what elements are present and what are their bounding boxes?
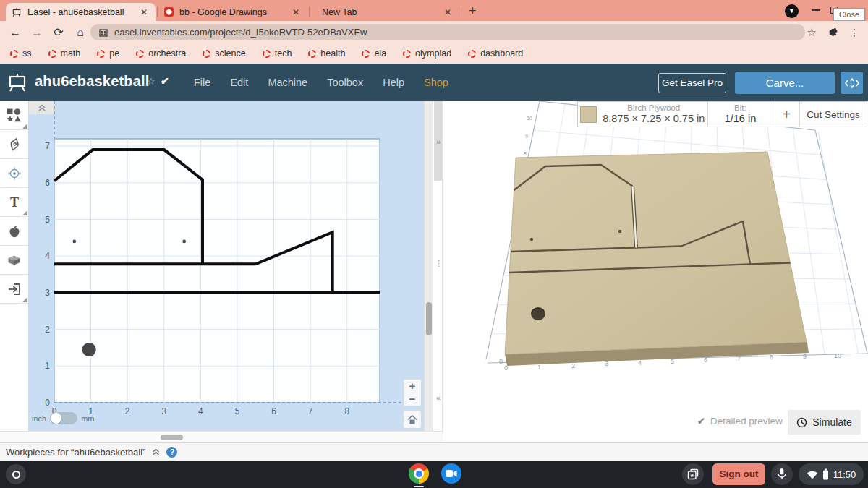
zoom-out-button[interactable]: − xyxy=(404,393,421,406)
browser-menu-icon[interactable]: ⋮ xyxy=(849,27,859,38)
help-icon[interactable]: ? xyxy=(166,447,177,458)
svg-text:0: 0 xyxy=(504,364,508,372)
extensions-icon[interactable] xyxy=(827,27,838,38)
bookmark-math[interactable]: math xyxy=(48,48,81,59)
launcher-button[interactable] xyxy=(6,464,26,484)
double-chevron-up-icon[interactable] xyxy=(152,448,160,455)
get-easel-pro-button[interactable]: Get Easel Pro xyxy=(658,73,726,93)
address-bar[interactable]: easel.inventables.com/projects/d_I5okoRV… xyxy=(90,24,805,40)
svg-text:10: 10 xyxy=(527,116,532,121)
tab-close-icon[interactable]: ✕ xyxy=(442,7,454,17)
bookmark-ss[interactable]: ss xyxy=(10,48,32,59)
forward-icon[interactable]: → xyxy=(30,26,43,39)
status-tray-icon[interactable]: ▼ xyxy=(785,4,799,18)
cut-settings-button[interactable]: Cut Settings xyxy=(800,102,867,127)
menu-file[interactable]: File xyxy=(194,77,210,88)
material-section[interactable]: Birch Plywood 8.875 × 7.25 × 0.75 in xyxy=(578,102,708,127)
canvas-horizontal-scrollbar[interactable] xyxy=(0,431,443,442)
menu-help[interactable]: Help xyxy=(383,77,404,88)
camera-app-icon[interactable] xyxy=(441,463,461,484)
bookmark-health[interactable]: health xyxy=(308,48,345,59)
back-icon[interactable]: ← xyxy=(9,26,22,39)
project-title[interactable]: ahu6ebasketball xyxy=(35,73,150,90)
bookmark-olympiad[interactable]: olympiad xyxy=(403,48,451,59)
drawings-favicon-icon xyxy=(164,7,174,17)
browser-tab-strip: Easel - ahu6ebasketball ✕ bb - Google Dr… xyxy=(0,0,868,21)
drill-point[interactable] xyxy=(73,240,77,244)
bookmark-dashboard[interactable]: dashboard xyxy=(468,48,523,59)
workpieces-bar[interactable]: Workpieces for “ahu6ebasketball” ? xyxy=(0,442,868,461)
add-bit-button[interactable]: + xyxy=(773,102,800,127)
svg-text:2: 2 xyxy=(45,325,50,335)
zoom-in-button[interactable]: + xyxy=(404,380,421,393)
bookmark-orchestra[interactable]: orchestra xyxy=(136,48,186,59)
new-tab-button[interactable]: + xyxy=(469,4,477,19)
icons-library-tool-button[interactable] xyxy=(0,217,28,246)
menu-toolbox[interactable]: Toolbox xyxy=(327,77,363,88)
microphone-button[interactable] xyxy=(771,463,793,485)
bookmark-tech[interactable]: tech xyxy=(263,48,292,59)
panel-divider[interactable]: » ⋮ « xyxy=(433,101,443,431)
preview-3d-panel[interactable]: 0 0 1 2 3 4 5 6 7 8 9 10 10 9 8 xyxy=(443,101,868,442)
3d-brick-tool-button[interactable] xyxy=(0,246,28,275)
drill-point[interactable] xyxy=(182,240,186,244)
detailed-preview-toggle[interactable]: ✔ Detailed preview xyxy=(697,416,783,427)
bookmark-star-icon[interactable]: ☆ xyxy=(807,26,817,39)
bit-value: 1/16 in xyxy=(725,113,757,125)
text-tool-button[interactable]: T xyxy=(0,188,28,217)
svg-text:3: 3 xyxy=(161,406,166,416)
favorite-star-icon[interactable]: ☆ xyxy=(147,76,156,87)
expand-left-chevron[interactable]: « xyxy=(433,393,443,402)
reload-icon[interactable]: ⟳ xyxy=(52,25,65,39)
canvas-vertical-scrollbar[interactable] xyxy=(424,101,433,431)
screen-capture-button[interactable] xyxy=(682,463,704,485)
fullscreen-button[interactable] xyxy=(841,72,863,94)
easel-logo-icon[interactable] xyxy=(7,72,28,93)
svg-text:5: 5 xyxy=(235,406,240,416)
minimize-button[interactable] xyxy=(812,9,820,11)
tab-google-drawings[interactable]: bb - Google Drawings ✕ xyxy=(158,3,307,21)
drill-hole[interactable] xyxy=(82,343,96,356)
menu-machine[interactable]: Machine xyxy=(268,77,307,88)
preview-3d-svg[interactable]: 0 0 1 2 3 4 5 6 7 8 9 10 10 9 8 xyxy=(443,101,868,442)
scrollbar-thumb[interactable] xyxy=(161,435,183,440)
carve-button[interactable]: Carve... xyxy=(735,72,835,94)
svg-text:1: 1 xyxy=(45,361,50,371)
workpiece-board[interactable] xyxy=(505,152,809,366)
video-camera-icon xyxy=(446,469,457,478)
tab-easel[interactable]: Easel - ahu6ebasketball ✕ xyxy=(6,3,156,21)
divider-drag-handle[interactable]: ⋮ xyxy=(433,259,443,268)
bookmark-science[interactable]: science xyxy=(203,48,245,59)
bookmark-ela[interactable]: ela xyxy=(362,48,386,59)
broken-favicon-icon xyxy=(203,50,210,58)
collapse-canvas-button[interactable] xyxy=(29,101,54,114)
import-tool-button[interactable] xyxy=(0,275,28,304)
simulate-button[interactable]: Simulate xyxy=(788,410,861,435)
site-info-icon[interactable] xyxy=(99,28,108,37)
menu-shop[interactable]: Shop xyxy=(424,77,448,88)
unit-toggle-switch[interactable] xyxy=(50,412,77,424)
drill-point-tool-button[interactable] xyxy=(0,159,28,188)
chrome-app-icon[interactable] xyxy=(409,463,429,484)
bookmark-pe[interactable]: pe xyxy=(97,48,119,59)
tab-close-icon[interactable]: ✕ xyxy=(138,7,150,17)
active-app-indicator xyxy=(414,486,424,487)
zoom-controls: + − xyxy=(403,379,422,406)
sign-out-button[interactable]: Sign out xyxy=(712,463,765,485)
main-area: T xyxy=(0,101,868,442)
workpieces-label: Workpieces for “ahu6ebasketball” xyxy=(6,447,145,458)
tab-new-tab[interactable]: New Tab ✕ xyxy=(310,3,459,21)
reset-view-button[interactable] xyxy=(403,410,422,429)
menu-edit[interactable]: Edit xyxy=(230,77,248,88)
home-icon[interactable]: ⌂ xyxy=(74,26,87,39)
svg-text:6: 6 xyxy=(271,406,276,416)
design-canvas-panel[interactable]: 0 1 2 3 4 5 6 7 8 0 1 2 3 4 5 6 xyxy=(29,101,433,431)
status-tray[interactable]: 11:50 xyxy=(799,463,864,485)
bit-section[interactable]: Bit: 1/16 in xyxy=(708,102,774,127)
expand-right-chevron[interactable]: » xyxy=(433,137,443,146)
shapes-tool-button[interactable] xyxy=(0,101,28,130)
tab-close-icon[interactable]: ✕ xyxy=(290,7,302,17)
pen-tool-button[interactable] xyxy=(0,130,28,159)
design-canvas-svg[interactable]: 0 1 2 3 4 5 6 7 8 0 1 2 3 4 5 6 xyxy=(29,101,433,431)
scrollbar-thumb[interactable] xyxy=(426,302,432,335)
